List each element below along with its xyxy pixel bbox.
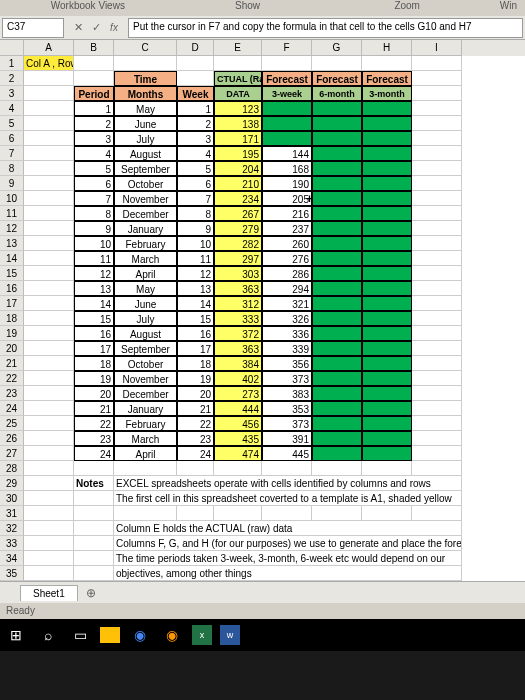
- cell[interactable]: [24, 86, 74, 101]
- cell[interactable]: [74, 491, 114, 506]
- cell[interactable]: [24, 551, 74, 566]
- forecast-3w-cell[interactable]: 205: [262, 191, 312, 206]
- row-header[interactable]: 30: [0, 491, 24, 506]
- week-cell[interactable]: 21: [177, 401, 214, 416]
- month-cell[interactable]: February: [114, 416, 177, 431]
- forecast-3w-cell[interactable]: [262, 116, 312, 131]
- month-cell[interactable]: July: [114, 131, 177, 146]
- week-cell[interactable]: 3: [177, 131, 214, 146]
- month-cell[interactable]: October: [114, 356, 177, 371]
- week-cell[interactable]: 2: [177, 116, 214, 131]
- row-header[interactable]: 24: [0, 401, 24, 416]
- cell[interactable]: [74, 521, 114, 536]
- formula-input[interactable]: Put the cursor in F7 and copy the formul…: [128, 18, 523, 38]
- data-cell[interactable]: 171: [214, 131, 262, 146]
- forecast-6m-cell[interactable]: [312, 416, 362, 431]
- data-cell[interactable]: 384: [214, 356, 262, 371]
- period-cell[interactable]: 6: [74, 176, 114, 191]
- cell[interactable]: [24, 206, 74, 221]
- row-header[interactable]: 33: [0, 536, 24, 551]
- header-months[interactable]: Months: [114, 86, 177, 101]
- row-header[interactable]: 6: [0, 131, 24, 146]
- period-cell[interactable]: 10: [74, 236, 114, 251]
- data-cell[interactable]: 279: [214, 221, 262, 236]
- cell[interactable]: [114, 506, 177, 521]
- col-header[interactable]: I: [412, 40, 462, 56]
- forecast-3w-cell[interactable]: 326: [262, 311, 312, 326]
- month-cell[interactable]: April: [114, 266, 177, 281]
- cell[interactable]: [412, 161, 462, 176]
- forecast-3w-cell[interactable]: 321: [262, 296, 312, 311]
- header-week[interactable]: Week: [177, 86, 214, 101]
- cell[interactable]: [412, 221, 462, 236]
- forecast-6m-cell[interactable]: [312, 101, 362, 116]
- cell[interactable]: [74, 71, 114, 86]
- week-cell[interactable]: 20: [177, 386, 214, 401]
- forecast-3m-cell[interactable]: [362, 176, 412, 191]
- cell[interactable]: [412, 116, 462, 131]
- data-cell[interactable]: 282: [214, 236, 262, 251]
- forecast-3m-cell[interactable]: [362, 416, 412, 431]
- cell[interactable]: [412, 146, 462, 161]
- col-header[interactable]: D: [177, 40, 214, 56]
- row-header[interactable]: 12: [0, 221, 24, 236]
- row-header[interactable]: 21: [0, 356, 24, 371]
- col-header[interactable]: B: [74, 40, 114, 56]
- ribbon-show[interactable]: Show: [168, 0, 328, 16]
- data-cell[interactable]: 363: [214, 281, 262, 296]
- week-cell[interactable]: 9: [177, 221, 214, 236]
- cell[interactable]: [74, 56, 114, 71]
- cell[interactable]: [24, 386, 74, 401]
- row-header[interactable]: 7: [0, 146, 24, 161]
- col-header[interactable]: H: [362, 40, 412, 56]
- period-cell[interactable]: 9: [74, 221, 114, 236]
- forecast-3m-cell[interactable]: [362, 341, 412, 356]
- cell[interactable]: [24, 236, 74, 251]
- cell[interactable]: [24, 521, 74, 536]
- week-cell[interactable]: 16: [177, 326, 214, 341]
- forecast-3w-cell[interactable]: 144: [262, 146, 312, 161]
- forecast-6m-cell[interactable]: [312, 371, 362, 386]
- name-box[interactable]: C37: [2, 18, 64, 38]
- month-cell[interactable]: May: [114, 101, 177, 116]
- week-cell[interactable]: 13: [177, 281, 214, 296]
- forecast-3m-cell[interactable]: [362, 386, 412, 401]
- windows-start-icon[interactable]: ⊞: [4, 623, 28, 647]
- month-cell[interactable]: August: [114, 146, 177, 161]
- period-cell[interactable]: 20: [74, 386, 114, 401]
- cell[interactable]: [412, 356, 462, 371]
- cell[interactable]: [214, 56, 262, 71]
- forecast-6m-cell[interactable]: [312, 176, 362, 191]
- week-cell[interactable]: 17: [177, 341, 214, 356]
- data-cell[interactable]: 333: [214, 311, 262, 326]
- forecast-6m-cell[interactable]: [312, 221, 362, 236]
- forecast-3w-cell[interactable]: [262, 101, 312, 116]
- cell[interactable]: [362, 461, 412, 476]
- cell[interactable]: [24, 311, 74, 326]
- period-cell[interactable]: 12: [74, 266, 114, 281]
- row-header[interactable]: 15: [0, 266, 24, 281]
- month-cell[interactable]: July: [114, 311, 177, 326]
- data-cell[interactable]: 204: [214, 161, 262, 176]
- row-header[interactable]: 18: [0, 311, 24, 326]
- forecast-3w-cell[interactable]: 216: [262, 206, 312, 221]
- cell[interactable]: [24, 101, 74, 116]
- period-cell[interactable]: 23: [74, 431, 114, 446]
- firefox-icon[interactable]: ◉: [160, 623, 184, 647]
- forecast-3m-cell[interactable]: [362, 281, 412, 296]
- forecast-6m-cell[interactable]: [312, 191, 362, 206]
- forecast-3w-cell[interactable]: 237: [262, 221, 312, 236]
- row-header[interactable]: 31: [0, 506, 24, 521]
- week-cell[interactable]: 15: [177, 311, 214, 326]
- period-cell[interactable]: 14: [74, 296, 114, 311]
- col-header[interactable]: C: [114, 40, 177, 56]
- cell[interactable]: [24, 221, 74, 236]
- note-text[interactable]: The first cell in this spreadsheet cover…: [114, 491, 462, 506]
- cell[interactable]: [412, 56, 462, 71]
- cell[interactable]: [24, 176, 74, 191]
- month-cell[interactable]: August: [114, 326, 177, 341]
- forecast-3w-cell[interactable]: 190: [262, 176, 312, 191]
- cell[interactable]: [24, 341, 74, 356]
- month-cell[interactable]: June: [114, 116, 177, 131]
- cell[interactable]: [412, 176, 462, 191]
